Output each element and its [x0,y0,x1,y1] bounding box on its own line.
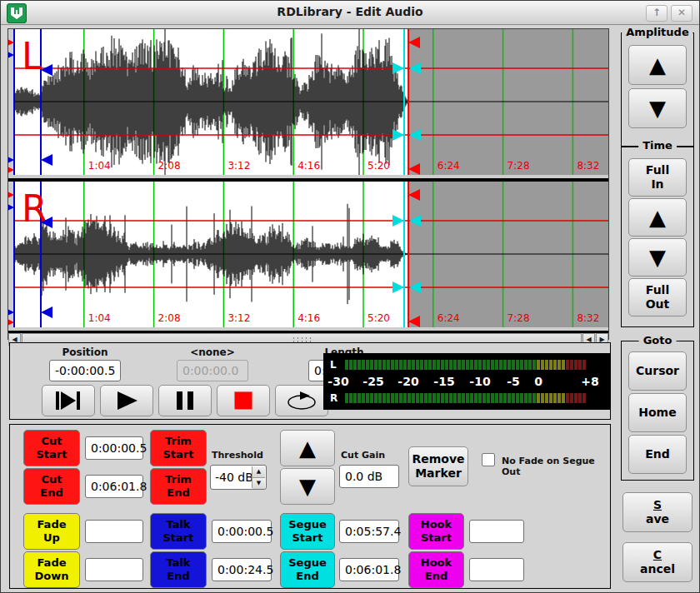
meter-scale-label: -25 [362,375,383,388]
svg-text:3:12: 3:12 [228,312,250,324]
time-zoom-in-button[interactable]: ▲ [628,198,687,237]
waveform-display: 1:042:083:124:165:206:247:288:32L 1:042:… [8,28,609,340]
cut-end-button[interactable]: CutEnd [23,468,80,505]
loop-button[interactable] [275,385,328,416]
meter-scale-label: -30 [328,375,348,388]
svg-text:L: L [22,35,42,77]
svg-text:2:08: 2:08 [158,312,181,324]
play-icon [113,390,140,411]
svg-text:5:20: 5:20 [368,160,390,172]
svg-text:7:28: 7:28 [508,160,530,172]
time-group-title: Time [638,139,677,152]
spin-down-icon[interactable]: ▼ [252,478,265,489]
svg-text:1:04: 1:04 [88,160,111,172]
no-fade-checkbox[interactable] [482,453,495,466]
window-title: RDLibrary - Edit Audio [1,5,699,18]
talk-end-button[interactable]: TalkEnd [150,551,207,588]
up-arrow-icon: ▲ [299,437,316,459]
fade-up-field [85,520,143,543]
meter-left-segments [345,360,587,370]
meter-scale-label: -5 [507,375,520,388]
svg-text:8:32: 8:32 [577,160,599,172]
meter-left-row: L [323,359,610,370]
audio-meter: L -30-25-20-15-10-50+8 R [323,353,610,410]
threshold-spinbox[interactable]: -40 dB ▲ ▼ [210,465,267,490]
fade-down-button[interactable]: FadeDown [23,551,80,588]
svg-text:1:04: 1:04 [88,312,111,324]
hook-start-button[interactable]: HookStart [408,513,464,550]
goto-home-button[interactable]: Home [628,393,687,432]
fade-up-button[interactable]: FadeUp [23,513,80,550]
play-from-start-icon [53,390,83,411]
cut-start-field: 0:00:00.5 [85,436,143,460]
full-in-button[interactable]: FullIn [628,158,687,197]
waveform-left-channel[interactable]: 1:042:083:124:165:206:247:288:32L [8,29,608,175]
cut-start-button[interactable]: CutStart [23,430,80,466]
amplitude-group: Amplitude ▲ ▼ [621,32,694,147]
meter-left-label: L [323,359,345,371]
trim-end-button[interactable]: TrimEnd [150,468,207,505]
amplitude-up-button[interactable]: ▲ [628,45,687,85]
down-arrow-icon: ▼ [299,476,316,497]
meter-scale-label: 0 [534,375,542,388]
amplitude-group-title: Amplitude [622,26,692,38]
marker-down-button[interactable]: ▼ [280,468,335,505]
fade-down-field [85,558,143,581]
amplitude-down-button[interactable]: ▼ [628,88,687,128]
full-out-button[interactable]: FullOut [628,278,687,316]
overlap-label: <none> [177,346,248,358]
segue-end-field: 0:06:01.8 [339,558,399,581]
goto-group-title: Goto [639,334,677,346]
cut-end-field: 0:06:01.8 [85,475,143,498]
pause-icon [173,390,197,411]
stop-button[interactable] [217,385,270,416]
time-zoom-out-button[interactable]: ▼ [628,238,687,277]
svg-text:6:24: 6:24 [438,160,460,172]
title-bar: RDLibrary - Edit Audio ↑ ✕ [1,1,699,25]
svg-text:7:28: 7:28 [508,312,530,324]
segue-start-button[interactable]: SegueStart [280,513,335,550]
svg-text:4:16: 4:16 [298,160,320,172]
svg-text:4:16: 4:16 [298,312,320,324]
spin-up-icon[interactable]: ▲ [252,466,265,478]
meter-scale-label: -10 [469,375,490,388]
close-window-button[interactable]: ✕ [671,5,692,22]
svg-text:5:20: 5:20 [368,312,390,324]
play-button[interactable] [100,385,153,416]
svg-text:3:12: 3:12 [228,160,250,172]
cut-gain-field: 0.0 dB [339,465,399,488]
hook-end-field [469,558,524,581]
remove-marker-button[interactable]: RemoveMarker [408,446,468,486]
up-arrow-icon: ▲ [649,54,666,76]
goto-cursor-button[interactable]: Cursor [628,351,687,391]
hook-start-field [469,520,524,543]
loop-icon [285,390,318,411]
time-group: Time FullIn ▲ ▼ FullOut [621,146,694,327]
meter-right-segments [345,393,587,403]
svg-text:8:32: 8:32 [577,312,599,324]
position-field: -0:00:00.5 [49,360,121,381]
goto-group: Goto Cursor Home End [621,341,694,481]
cancel-button[interactable]: Cancel [622,542,692,582]
save-button[interactable]: Save [622,492,692,532]
talk-start-button[interactable]: TalkStart [150,513,207,550]
edit-audio-window: RDLibrary - Edit Audio ↑ ✕ 1:042:083:124… [0,0,700,593]
overlap-field: 0:00:00.0 [177,360,248,381]
meter-scale-label: +8 [581,375,598,388]
hook-end-button[interactable]: HookEnd [408,551,464,588]
shade-window-button[interactable]: ↑ [646,5,668,22]
talk-end-field: 0:00:24.5 [212,558,272,581]
meter-scale: -30-25-20-15-10-50+8 [323,375,610,388]
waveform-right-channel[interactable]: 1:042:083:124:165:206:247:288:32R [8,182,608,327]
meter-right-label: R [323,392,345,404]
play-from-start-button[interactable] [42,385,95,416]
marker-up-button[interactable]: ▲ [280,430,335,466]
goto-end-button[interactable]: End [628,435,687,474]
pause-button[interactable] [158,385,212,416]
trim-start-button[interactable]: TrimStart [150,430,207,466]
segue-end-button[interactable]: SegueEnd [280,551,335,588]
threshold-spin-buttons[interactable]: ▲ ▼ [252,466,265,488]
no-fade-label: No Fade on Segue Out [502,456,610,477]
talk-start-field: 0:00:00.5 [212,520,272,543]
position-label: Position [49,346,121,358]
